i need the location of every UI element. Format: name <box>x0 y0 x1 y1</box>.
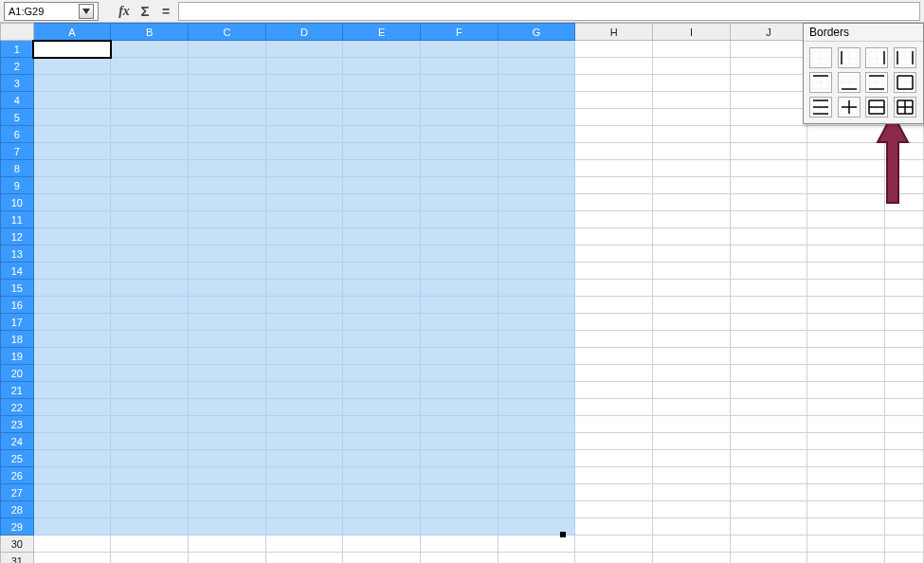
cell[interactable] <box>189 331 266 348</box>
cell[interactable] <box>807 228 885 245</box>
cell[interactable] <box>807 211 885 228</box>
border-left-button[interactable] <box>838 47 861 68</box>
cell[interactable] <box>498 450 575 467</box>
cell[interactable] <box>885 467 924 484</box>
cell[interactable] <box>885 280 924 297</box>
cell[interactable] <box>33 41 111 58</box>
cell[interactable] <box>33 75 111 92</box>
cell[interactable] <box>343 348 421 365</box>
cell[interactable] <box>498 143 575 160</box>
cell[interactable] <box>265 553 343 564</box>
cell[interactable] <box>498 365 575 382</box>
cell[interactable] <box>730 433 807 450</box>
cell[interactable] <box>730 75 807 92</box>
cell[interactable] <box>343 314 421 331</box>
cell[interactable] <box>189 245 266 263</box>
cell[interactable] <box>885 211 924 228</box>
cell[interactable] <box>189 126 266 143</box>
row-header[interactable]: 10 <box>1 194 34 211</box>
cell[interactable] <box>33 484 111 501</box>
cell[interactable] <box>189 263 266 280</box>
cell[interactable] <box>807 467 885 484</box>
border-none-button[interactable] <box>809 47 832 68</box>
cell[interactable] <box>730 501 807 518</box>
cell[interactable] <box>575 382 653 399</box>
cell[interactable] <box>265 536 343 553</box>
cell[interactable] <box>730 348 807 365</box>
cell[interactable] <box>189 177 266 194</box>
cell[interactable] <box>111 160 189 177</box>
cell[interactable] <box>343 245 421 263</box>
cell[interactable] <box>498 467 575 484</box>
cell[interactable] <box>807 433 885 450</box>
cell[interactable] <box>730 280 807 297</box>
cell[interactable] <box>653 194 731 211</box>
cell[interactable] <box>343 450 421 467</box>
border-top-button[interactable] <box>809 72 832 93</box>
cell[interactable] <box>111 228 189 245</box>
row-header[interactable]: 25 <box>1 450 34 467</box>
row-header[interactable]: 12 <box>1 228 34 245</box>
cell[interactable] <box>575 41 653 58</box>
cell[interactable] <box>730 211 807 228</box>
cell[interactable] <box>111 501 189 518</box>
cell[interactable] <box>189 109 266 126</box>
row-header[interactable]: 18 <box>1 331 34 348</box>
cell[interactable] <box>885 416 924 433</box>
cell[interactable] <box>498 416 575 433</box>
cell[interactable] <box>575 433 653 450</box>
cell[interactable] <box>33 126 111 143</box>
cell[interactable] <box>653 553 731 564</box>
cell[interactable] <box>33 450 111 467</box>
cell[interactable] <box>653 450 731 467</box>
cell[interactable] <box>421 126 498 143</box>
cell[interactable] <box>343 126 421 143</box>
cell[interactable] <box>498 58 575 75</box>
cell[interactable] <box>111 433 189 450</box>
cell[interactable] <box>730 382 807 399</box>
cell[interactable] <box>189 160 266 177</box>
cell[interactable] <box>189 348 266 365</box>
cell[interactable] <box>33 553 111 564</box>
cell[interactable] <box>730 41 807 58</box>
cell[interactable] <box>265 416 343 433</box>
row-header[interactable]: 24 <box>1 433 34 450</box>
cell[interactable] <box>575 484 653 501</box>
cell[interactable] <box>730 160 807 177</box>
cell[interactable] <box>421 245 498 263</box>
cell[interactable] <box>575 365 653 382</box>
cell[interactable] <box>33 92 111 109</box>
row-header[interactable]: 27 <box>1 484 34 501</box>
cell[interactable] <box>343 109 421 126</box>
cell[interactable] <box>33 194 111 211</box>
row-header[interactable]: 22 <box>1 399 34 416</box>
cell[interactable] <box>575 75 653 92</box>
cell[interactable] <box>498 501 575 518</box>
cell[interactable] <box>730 553 807 564</box>
cell[interactable] <box>265 467 343 484</box>
cell[interactable] <box>730 331 807 348</box>
cell[interactable] <box>885 245 924 263</box>
row-header[interactable]: 19 <box>1 348 34 365</box>
cell[interactable] <box>33 263 111 280</box>
cell[interactable] <box>575 58 653 75</box>
cell[interactable] <box>653 58 731 75</box>
cell[interactable] <box>189 75 266 92</box>
cell[interactable] <box>265 263 343 280</box>
cell[interactable] <box>498 177 575 194</box>
cell[interactable] <box>33 211 111 228</box>
cell[interactable] <box>33 348 111 365</box>
cell[interactable] <box>33 314 111 331</box>
cell[interactable] <box>885 194 924 211</box>
cell[interactable] <box>653 365 731 382</box>
column-header[interactable]: A <box>33 24 111 41</box>
cell[interactable] <box>111 126 189 143</box>
row-header[interactable]: 29 <box>1 518 34 536</box>
cell[interactable] <box>343 365 421 382</box>
cell[interactable] <box>421 211 498 228</box>
cell[interactable] <box>653 484 731 501</box>
cell[interactable] <box>111 143 189 160</box>
row-header[interactable]: 30 <box>1 536 34 553</box>
cell[interactable] <box>653 92 731 109</box>
row-header[interactable]: 3 <box>1 75 34 92</box>
